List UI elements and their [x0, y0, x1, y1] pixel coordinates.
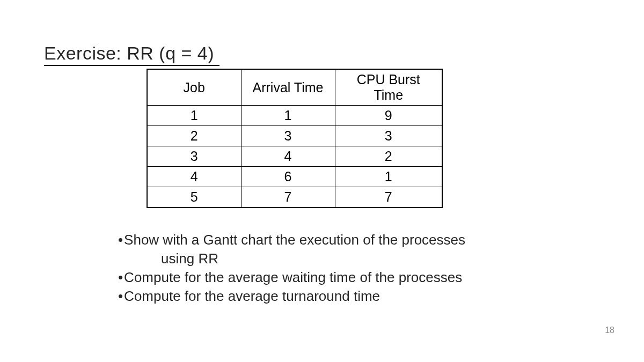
cell-arrival: 4: [241, 146, 335, 167]
bullet-icon: •: [118, 268, 123, 287]
cell-burst: 3: [335, 126, 442, 146]
cell-burst: 7: [335, 187, 442, 208]
bullet-icon: •: [118, 231, 123, 249]
table-row: 5 7 7: [147, 187, 442, 208]
table-row: 4 6 1: [147, 167, 442, 187]
table-row: 3 4 2: [147, 146, 442, 167]
bullet-text-continuation: using RR: [118, 249, 465, 268]
cell-burst: 2: [335, 146, 442, 167]
cell-job: 3: [147, 146, 241, 167]
cell-burst: 9: [335, 106, 442, 126]
bullet-text: Compute for the average waiting time of …: [124, 268, 462, 287]
cell-job: 5: [147, 187, 241, 208]
page-number: 18: [605, 326, 614, 335]
table-header-row: Job Arrival Time CPU Burst Time: [147, 69, 442, 106]
cell-burst: 1: [335, 167, 442, 187]
table-row: 1 1 9: [147, 106, 442, 126]
cell-arrival: 3: [241, 126, 335, 146]
bullet-item: • Compute for the average turnaround tim…: [118, 287, 465, 306]
job-table: Job Arrival Time CPU Burst Time 1 1 9 2 …: [147, 69, 443, 208]
bullet-item: • Compute for the average waiting time o…: [118, 268, 465, 287]
cell-job: 4: [147, 167, 241, 187]
cell-arrival: 7: [241, 187, 335, 208]
table-row: 2 3 3: [147, 126, 442, 146]
bullet-text: Compute for the average turnaround time: [124, 287, 380, 306]
bullet-text: Show with a Gantt chart the execution of…: [124, 231, 465, 249]
header-cpu-burst-time: CPU Burst Time: [335, 69, 442, 106]
bullet-item: • Show with a Gantt chart the execution …: [118, 231, 465, 249]
cell-job: 2: [147, 126, 241, 146]
cell-job: 1: [147, 106, 241, 126]
bullet-icon: •: [118, 287, 123, 306]
slide-title: Exercise: RR (q = 4): [44, 43, 219, 66]
cell-arrival: 6: [241, 167, 335, 187]
header-job: Job: [147, 69, 241, 106]
bullet-list: • Show with a Gantt chart the execution …: [118, 231, 465, 306]
header-arrival-time: Arrival Time: [241, 69, 335, 106]
cell-arrival: 1: [241, 106, 335, 126]
